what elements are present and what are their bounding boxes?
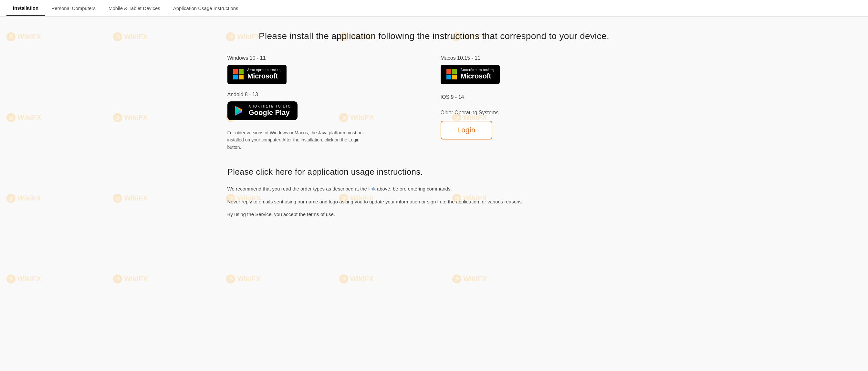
android-label: Andoid 8 - 13 <box>227 92 428 98</box>
info-line-2: Never reply to emails sent using our nam… <box>227 198 641 206</box>
install-columns: Windows 10 - 11 Αποκτήστε το από τη Micr… <box>227 55 641 151</box>
left-column: Windows 10 - 11 Αποκτήστε το από τη Micr… <box>227 55 428 151</box>
watermark: @WikiFX <box>6 194 41 203</box>
microsoft-badge-small-macos: Αποκτήστε το από τη <box>461 68 494 72</box>
google-play-badge-small: ΑΠΟΚΤΗΣΤΕ ΤΟ ΣΤΟ <box>249 105 291 108</box>
microsoft-logo-macos <box>446 69 457 79</box>
microsoft-logo <box>233 69 244 79</box>
page-heading: Please install the application following… <box>227 30 641 42</box>
info-line-3: By using the Service, you accept the ter… <box>227 210 641 218</box>
watermark: @WikiFX <box>452 274 487 283</box>
navigation: Installation Personal Computers Mobile &… <box>0 0 868 17</box>
nav-item-app-usage[interactable]: Application Usage Instructions <box>167 1 245 15</box>
java-note: For older versions of Windows or Macos, … <box>227 129 370 151</box>
google-play-icon <box>234 106 244 116</box>
login-button[interactable]: Login <box>441 121 492 139</box>
nav-item-personal-computers[interactable]: Personal Computers <box>45 1 102 15</box>
nav-item-installation[interactable]: Installation <box>6 1 45 16</box>
watermark: @WikiFX <box>113 274 148 283</box>
microsoft-badge-big-macos: Microsoft <box>461 72 494 80</box>
macos-microsoft-badge[interactable]: Αποκτήστε το από τη Microsoft <box>441 65 500 83</box>
windows-label: Windows 10 - 11 <box>227 55 428 61</box>
google-play-badge-big: Google Play <box>249 108 291 117</box>
older-os-label: Older Operating Systems <box>441 110 641 115</box>
google-play-badge-text: ΑΠΟΚΤΗΣΤΕ ΤΟ ΣΤΟ Google Play <box>249 105 291 117</box>
ios-label: IOS 9 - 14 <box>441 94 641 100</box>
microsoft-badge-big: Microsoft <box>247 72 281 80</box>
google-play-badge[interactable]: ΑΠΟΚΤΗΣΤΕ ΤΟ ΣΤΟ Google Play <box>227 101 298 120</box>
windows-microsoft-badge[interactable]: Αποκτήστε το από τη Microsoft <box>227 65 286 83</box>
click-here-heading: Please click here for application usage … <box>227 167 641 177</box>
watermark: @WikiFX <box>113 113 148 122</box>
watermark: @WikiFX <box>113 32 148 41</box>
microsoft-badge-small: Αποκτήστε το από τη <box>247 68 281 72</box>
main-content: Please install the application following… <box>208 17 660 242</box>
watermark: @WikiFX <box>6 113 41 122</box>
bottom-section: Please click here for application usage … <box>227 167 641 218</box>
link-above[interactable]: link <box>368 186 376 192</box>
watermark: @WikiFX <box>113 194 148 203</box>
right-column: Macos 10.15 - 11 Αποκτήστε το από τη Mic… <box>441 55 641 151</box>
watermark: @WikiFX <box>339 274 374 283</box>
macos-label: Macos 10.15 - 11 <box>441 55 641 61</box>
watermark: @WikiFX <box>226 274 261 283</box>
watermark: @WikiFX <box>6 274 41 283</box>
watermark: @WikiFX <box>6 32 41 41</box>
info-line-1: We recommend that you read the order typ… <box>227 185 641 193</box>
microsoft-badge-text: Αποκτήστε το από τη Microsoft <box>247 68 281 80</box>
microsoft-badge-text-macos: Αποκτήστε το από τη Microsoft <box>461 68 494 80</box>
nav-item-mobile-tablet[interactable]: Mobile & Tablet Devices <box>102 1 167 15</box>
